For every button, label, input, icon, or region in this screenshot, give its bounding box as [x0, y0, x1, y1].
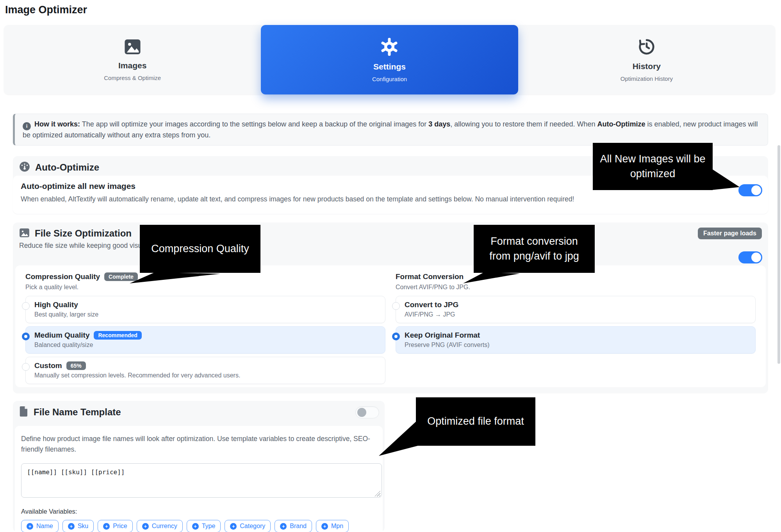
radio-unselected[interactable]	[22, 363, 30, 371]
annotation-compression-quality: Compression Quality	[140, 225, 260, 273]
tab-history-label: History	[633, 62, 661, 71]
how-it-works-banner: iHow it works: The app will optimize you…	[13, 114, 768, 146]
tab-settings-sublabel: Configuration	[372, 76, 407, 82]
complete-badge: Complete	[104, 272, 138, 281]
toggle-knob	[751, 253, 761, 262]
chip-currency[interactable]: +Currency	[137, 520, 183, 532]
option-convert-to-jpg[interactable]: Convert to JPG AVIF/PNG → JPG	[396, 296, 756, 323]
file-icon	[19, 406, 29, 418]
file-name-template-description: Define how product image file names will…	[21, 434, 374, 455]
file-name-template-section: File Name Template Define how product im…	[13, 401, 385, 532]
option-title: Medium Quality	[34, 331, 89, 340]
template-input[interactable]: [[name]] [[sku]] [[price]]	[21, 463, 382, 498]
compression-quality-column: Compression Quality Complete Pick a qual…	[25, 272, 385, 380]
toggle-knob	[751, 185, 761, 195]
compression-quality-hint: Pick a quality level.	[25, 284, 385, 291]
compression-quality-label: Compression Quality	[25, 272, 100, 281]
option-subtitle: Balanced quality/size	[34, 342, 379, 349]
radio-selected[interactable]	[392, 333, 400, 340]
info-text-1: The app will optimize your images accord…	[80, 120, 428, 128]
tab-history[interactable]: History Optimization History	[518, 25, 775, 94]
option-subtitle: Preserve PNG (AVIF converts)	[405, 342, 749, 349]
chip-label: Mpn	[331, 523, 343, 530]
radio-selected[interactable]	[22, 333, 30, 340]
info-lead: How it works:	[34, 120, 80, 128]
option-title: Custom	[34, 361, 62, 370]
chip-label: Category	[240, 523, 265, 530]
image-optimizer-page: Image Optimizer Images Compress & Optimi…	[0, 0, 781, 532]
tab-bar: Images Compress & Optimize	[4, 25, 775, 94]
chip-label: Price	[113, 523, 127, 530]
option-custom[interactable]: Custom 65% Manually set compression leve…	[25, 357, 385, 384]
gear-icon	[380, 37, 399, 58]
auto-optimize-toggle[interactable]	[738, 184, 762, 196]
format-conversion-hint: Convert AVIF/PNG to JPG.	[396, 284, 756, 291]
chip-brand[interactable]: +Brand	[275, 520, 312, 532]
tab-images[interactable]: Images Compress & Optimize	[4, 25, 261, 94]
page-title: Image Optimizer	[5, 4, 87, 16]
chip-label: Sku	[78, 523, 89, 530]
annotation-all-new-images: All New Images will be optimized	[593, 143, 713, 190]
annotation-format-conversion: Format conversion from png/avif to jpg	[474, 225, 595, 273]
file-size-optimization-toggle[interactable]	[738, 251, 762, 263]
chip-price[interactable]: +Price	[98, 520, 132, 532]
option-medium-quality[interactable]: Medium Quality Recommended Balanced qual…	[25, 326, 385, 354]
annotation-optimized-file-format: Optimized file format	[416, 397, 535, 446]
toggle-knob	[357, 408, 366, 417]
option-subtitle: AVIF/PNG → JPG	[405, 311, 749, 318]
chip-label: Brand	[290, 523, 307, 530]
recommended-badge: Recommended	[94, 331, 141, 340]
option-title: Convert to JPG	[405, 301, 458, 309]
option-subtitle: Best quality, larger size	[34, 311, 379, 318]
chip-name[interactable]: +Name	[21, 520, 59, 532]
plus-icon: +	[280, 523, 287, 530]
chip-label: Currency	[152, 523, 177, 530]
plus-icon: +	[27, 523, 33, 530]
radio-unselected[interactable]	[22, 302, 30, 310]
plus-icon: +	[103, 523, 110, 530]
file-size-optimization-section: File Size Optimization Faster page loads…	[13, 222, 768, 393]
custom-percent-badge: 65%	[66, 361, 86, 370]
tab-settings[interactable]: Settings Configuration	[261, 25, 518, 94]
option-high-quality[interactable]: High Quality Best quality, larger size	[25, 296, 385, 323]
info-bold-2: Auto-Optimize	[597, 120, 645, 128]
annotation-pointer	[379, 418, 418, 456]
info-icon: i	[23, 122, 31, 130]
chip-type[interactable]: +Type	[187, 520, 221, 532]
info-bold-1: 3 days	[428, 120, 450, 128]
scrollbar-thumb[interactable]	[777, 145, 780, 364]
file-size-optimization-title: File Size Optimization	[35, 228, 132, 239]
chip-mpn[interactable]: +Mpn	[316, 520, 349, 532]
option-keep-original-format[interactable]: Keep Original Format Preserve PNG (AVIF …	[396, 326, 756, 354]
chip-sku[interactable]: +Sku	[62, 520, 94, 532]
faster-page-loads-badge: Faster page loads	[698, 228, 762, 239]
radio-unselected[interactable]	[392, 302, 400, 310]
file-name-template-title: File Name Template	[34, 407, 121, 418]
plus-icon: +	[230, 523, 237, 530]
file-name-template-toggle[interactable]	[355, 406, 379, 418]
variable-chips: +Name +Sku +Price +Currency +Type +Categ…	[21, 520, 376, 532]
plus-icon: +	[321, 523, 328, 530]
option-subtitle: Manually set compression levels. Recomme…	[34, 372, 379, 379]
file-size-optimization-description: Reduce file size while keeping good visu…	[19, 242, 762, 250]
history-icon	[638, 38, 656, 57]
images-icon	[123, 39, 142, 57]
info-text-2: , allowing you to restore them if needed…	[450, 120, 597, 128]
auto-optimize-title: Auto-Optimize	[35, 162, 99, 173]
tab-images-sublabel: Compress & Optimize	[104, 75, 161, 81]
chip-category[interactable]: +Category	[225, 520, 271, 532]
gauge-icon	[19, 161, 30, 174]
available-variables-label: Available Variables:	[21, 508, 376, 515]
file-size-optimization-card: Compression Quality Complete Pick a qual…	[15, 265, 766, 387]
option-title: Keep Original Format	[405, 331, 480, 340]
format-conversion-label: Format Conversion	[396, 272, 464, 281]
plus-icon: +	[142, 523, 149, 530]
option-title: High Quality	[34, 301, 78, 309]
chip-label: Type	[202, 523, 216, 530]
format-conversion-column: Format Conversion Convert AVIF/PNG to JP…	[396, 272, 756, 380]
tab-settings-label: Settings	[373, 62, 406, 71]
image-icon	[19, 228, 30, 239]
tab-images-label: Images	[118, 61, 146, 70]
auto-optimize-card-description: When enabled, AltTextify will automatica…	[21, 195, 760, 203]
plus-icon: +	[68, 523, 75, 530]
